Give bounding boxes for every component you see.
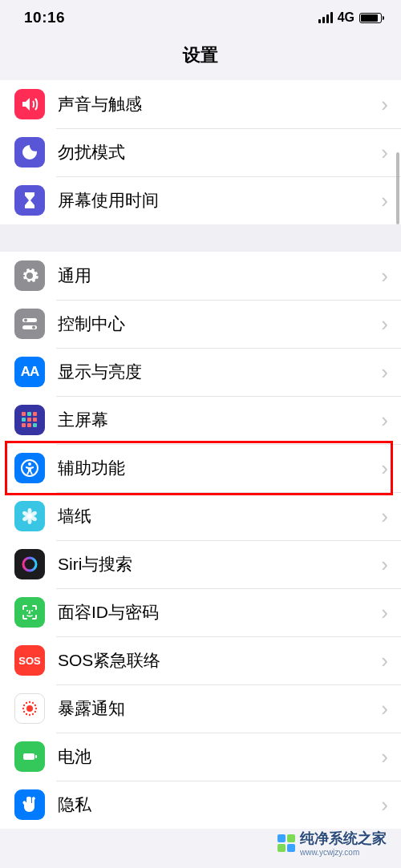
battery-icon xyxy=(14,741,45,772)
settings-row-privacy[interactable]: 隐私 › xyxy=(0,781,401,829)
row-label: 隐私 xyxy=(45,793,381,816)
watermark-text: 纯净系统之家 xyxy=(300,829,387,848)
row-label: 面容ID与密码 xyxy=(45,601,381,624)
status-bar: 10:16 4G xyxy=(0,0,401,35)
settings-row-exposure[interactable]: 暴露通知 › xyxy=(0,684,401,733)
settings-row-sounds[interactable]: 声音与触感 › xyxy=(0,80,401,128)
settings-row-siri[interactable]: Siri与搜索 › xyxy=(0,540,401,588)
svg-point-1 xyxy=(24,319,27,322)
chevron-right-icon: › xyxy=(381,648,401,673)
sounds-icon xyxy=(14,89,45,119)
svg-point-19 xyxy=(28,518,32,524)
svg-rect-10 xyxy=(22,423,26,427)
exposure-icon xyxy=(14,693,45,724)
svg-point-34 xyxy=(26,702,27,704)
chevron-right-icon: › xyxy=(381,264,401,289)
chevron-right-icon: › xyxy=(381,745,401,769)
settings-row-home-screen[interactable]: 主屏幕 › xyxy=(0,396,401,444)
svg-point-3 xyxy=(32,326,35,329)
settings-row-battery[interactable]: 电池 › xyxy=(0,733,401,781)
page-title: 设置 xyxy=(0,43,401,67)
svg-point-36 xyxy=(32,702,34,704)
svg-rect-12 xyxy=(33,423,37,427)
settings-row-faceid[interactable]: 面容ID与密码 › xyxy=(0,588,401,636)
chevron-right-icon: › xyxy=(381,456,401,481)
svg-point-24 xyxy=(31,610,33,612)
watermark: 纯净系统之家 www.ycwjzy.com xyxy=(277,829,387,857)
row-label: 勿扰模式 xyxy=(45,141,381,164)
settings-row-general[interactable]: 通用 › xyxy=(0,252,401,300)
svg-point-29 xyxy=(29,714,30,716)
row-label: 显示与亮度 xyxy=(45,361,381,383)
svg-point-37 xyxy=(34,704,36,706)
svg-point-14 xyxy=(28,462,31,466)
privacy-icon xyxy=(14,789,45,820)
chevron-right-icon: › xyxy=(381,552,401,577)
svg-rect-5 xyxy=(27,412,31,416)
settings-row-accessibility[interactable]: 辅助功能 › xyxy=(0,444,401,492)
row-label: 主屏幕 xyxy=(45,409,381,431)
dnd-icon xyxy=(14,137,45,168)
svg-point-30 xyxy=(26,713,27,715)
page-header: 设置 xyxy=(0,35,401,80)
svg-point-33 xyxy=(23,704,25,706)
chevron-right-icon: › xyxy=(381,92,401,117)
svg-rect-6 xyxy=(33,412,37,416)
svg-rect-4 xyxy=(22,412,26,416)
settings-list: 声音与触感 › 勿扰模式 › 屏幕使用时间 › 通用 › 控制中心 › AA 显… xyxy=(0,80,401,829)
chevron-right-icon: › xyxy=(381,600,401,625)
svg-point-28 xyxy=(32,713,34,715)
chevron-right-icon: › xyxy=(381,504,401,529)
svg-rect-9 xyxy=(33,418,37,422)
svg-point-32 xyxy=(22,708,24,709)
watermark-logo-icon xyxy=(277,834,295,852)
home-screen-icon xyxy=(14,405,45,435)
row-label: 辅助功能 xyxy=(45,457,381,479)
svg-point-22 xyxy=(23,558,36,571)
row-label: 暴露通知 xyxy=(45,697,381,720)
svg-point-26 xyxy=(35,708,37,709)
svg-point-31 xyxy=(23,711,25,713)
svg-point-16 xyxy=(28,508,32,515)
control-icon xyxy=(14,309,45,339)
svg-point-27 xyxy=(34,711,36,713)
row-label: 屏幕使用时间 xyxy=(45,189,381,212)
chevron-right-icon: › xyxy=(381,793,401,818)
accessibility-icon xyxy=(14,453,45,483)
general-icon xyxy=(14,260,45,291)
svg-rect-7 xyxy=(22,418,26,422)
status-indicators: 4G xyxy=(318,10,382,25)
battery-icon xyxy=(359,13,382,23)
network-label: 4G xyxy=(338,10,354,25)
display-icon: AA xyxy=(14,357,45,387)
svg-point-23 xyxy=(26,610,28,612)
siri-icon xyxy=(14,549,45,579)
svg-point-25 xyxy=(26,705,33,712)
row-label: SOS紧急联络 xyxy=(45,649,381,672)
faceid-icon xyxy=(14,597,45,628)
sos-icon: SOS xyxy=(14,645,45,676)
row-label: 电池 xyxy=(45,745,381,768)
row-label: 声音与触感 xyxy=(45,93,381,115)
row-label: 通用 xyxy=(45,264,381,287)
signal-icon xyxy=(318,12,333,23)
wallpaper-icon xyxy=(14,501,45,531)
settings-row-dnd[interactable]: 勿扰模式 › xyxy=(0,128,401,176)
watermark-url: www.ycwjzy.com xyxy=(300,848,387,857)
svg-rect-38 xyxy=(23,753,34,760)
row-label: 控制中心 xyxy=(45,313,381,335)
settings-row-sos[interactable]: SOS SOS紧急联络 › xyxy=(0,636,401,684)
chevron-right-icon: › xyxy=(381,312,401,337)
settings-row-display[interactable]: AA 显示与亮度 › xyxy=(0,348,401,396)
svg-rect-11 xyxy=(27,423,31,427)
row-label: 墙纸 xyxy=(45,505,381,527)
settings-row-control[interactable]: 控制中心 › xyxy=(0,300,401,348)
svg-rect-39 xyxy=(35,755,37,758)
scrollbar[interactable] xyxy=(396,152,399,224)
chevron-right-icon: › xyxy=(381,696,401,721)
settings-row-screen-time[interactable]: 屏幕使用时间 › xyxy=(0,176,401,224)
svg-point-35 xyxy=(29,701,30,703)
settings-row-wallpaper[interactable]: 墙纸 › xyxy=(0,492,401,540)
row-label: Siri与搜索 xyxy=(45,553,381,575)
chevron-right-icon: › xyxy=(381,360,401,385)
